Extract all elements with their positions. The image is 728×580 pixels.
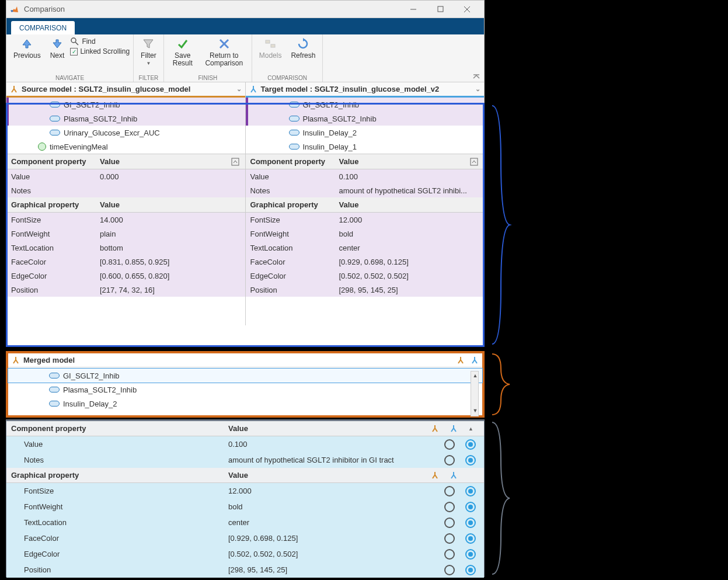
sort-arrow-icon[interactable]: ▲ (468, 426, 473, 432)
prop-row[interactable]: FaceColor [0.831, 0.855, 0.925] (6, 255, 245, 269)
merged-prop-row[interactable]: TextLocation center (6, 515, 484, 530)
target-fork-icon[interactable] (471, 356, 479, 364)
target-fork-icon[interactable] (450, 425, 458, 433)
tree-item[interactable]: Insulin_Delay_2 (246, 126, 485, 140)
prop-row[interactable]: Notes amount of hypothetical SGLT2 inhib… (246, 183, 485, 197)
source-fork-icon[interactable] (457, 356, 465, 364)
fork-blue-icon (249, 85, 257, 93)
target-header[interactable]: Target model : SGLT2_insulin_glucose_mod… (246, 82, 485, 98)
prop-value: [0.502, 0.502, 0.502] (339, 272, 485, 280)
source-radio[interactable] (444, 502, 455, 512)
prop-row[interactable]: EdgeColor [0.502, 0.502, 0.502] (246, 269, 485, 283)
merged-prop-row[interactable]: Position [298, 95, 145, 25] (6, 562, 484, 578)
prop-row[interactable]: Notes (6, 183, 245, 197)
source-radio[interactable] (444, 518, 455, 528)
tree-item[interactable]: timeEveningMeal (6, 140, 245, 154)
target-radio[interactable] (465, 518, 476, 528)
svg-rect-1 (438, 6, 443, 12)
return-to-comparison-button[interactable]: Return to Comparison (200, 36, 248, 68)
merged-item[interactable]: Plasma_SGLT2_Inhib (8, 383, 482, 397)
merged-title: Merged model (23, 356, 75, 364)
prop-name: Position (6, 286, 100, 294)
source-header[interactable]: Source model : SGLT2_insulin_glucose_mod… (6, 82, 245, 98)
tree-item[interactable]: Plasma_SGLT2_Inhib (6, 112, 245, 126)
prop-row[interactable]: FontSize 14.000 (6, 213, 245, 227)
source-fork-icon[interactable] (431, 425, 439, 433)
linked-scrolling-checkbox[interactable]: ✓ Linked Scrolling (70, 47, 130, 55)
merged-item[interactable]: Insulin_Delay_2 (8, 397, 482, 411)
species-icon (289, 102, 299, 107)
merged-prop-row[interactable]: Value 0.100 (6, 436, 484, 452)
dropdown-arrow-icon: ▼ (146, 61, 151, 66)
prop-row[interactable]: TextLocation bottom (6, 241, 245, 255)
target-radio[interactable] (465, 565, 476, 575)
target-radio[interactable] (465, 533, 476, 544)
prop-value: 0.100 (228, 440, 444, 449)
source-fork-icon[interactable] (431, 471, 439, 480)
prop-row[interactable]: Position [217, 74, 32, 16] (6, 283, 245, 297)
merged-prop-row[interactable]: FontSize 12.000 (6, 483, 484, 499)
tree-item[interactable]: Plasma_SGLT2_Inhib (246, 112, 485, 126)
hdr-value: Value (100, 200, 245, 209)
prop-value: amount of hypothetical SGLT2 inhibi... (339, 186, 485, 195)
target-radio[interactable] (465, 439, 476, 450)
target-fork-icon[interactable] (450, 471, 458, 480)
source-radio[interactable] (444, 533, 455, 544)
prop-name: FontWeight (6, 230, 100, 238)
prop-row[interactable]: EdgeColor [0.600, 0.655, 0.820] (6, 269, 245, 283)
source-radio[interactable] (444, 565, 455, 575)
source-tree[interactable]: GI_SGLT2_Inhib Plasma_SGLT2_Inhib Urinar… (6, 98, 245, 154)
source-radio[interactable] (444, 486, 455, 496)
merged-prop-row[interactable]: Notes amount of hypothetical SGLT2 inhib… (6, 452, 484, 468)
minimize-button[interactable] (400, 1, 427, 18)
previous-button[interactable]: Previous (10, 36, 44, 61)
hdr-graph-prop: Graphical property (246, 200, 339, 209)
prop-row[interactable]: Value 0.000 (6, 169, 245, 183)
target-radio[interactable] (465, 549, 476, 560)
close-button[interactable] (454, 1, 480, 18)
merged-tree[interactable]: GI_SGLT2_Inhib Plasma_SGLT2_Inhib Insuli… (8, 367, 482, 412)
next-button[interactable]: Next (47, 36, 68, 61)
merged-prop-row[interactable]: FontWeight bold (6, 499, 484, 515)
target-radio[interactable] (465, 455, 476, 466)
prop-row[interactable]: FaceColor [0.929, 0.698, 0.125] (246, 255, 485, 269)
save-result-button[interactable]: Save Result (168, 36, 198, 68)
prop-row[interactable]: FontWeight plain (6, 227, 245, 241)
merged-prop-row[interactable]: EdgeColor [0.502, 0.502, 0.502] (6, 546, 484, 562)
tree-item[interactable]: Urinary_Glucose_Excr_AUC (6, 126, 245, 140)
merged-prop-row[interactable]: FaceColor [0.929, 0.698, 0.125] (6, 530, 484, 546)
tree-item[interactable]: GI_SGLT2_Inhib (246, 98, 485, 112)
prop-value: bold (228, 502, 444, 511)
hdr-value: Value (100, 157, 231, 166)
prop-name: Notes (246, 186, 339, 195)
find-button[interactable]: Find (70, 37, 130, 46)
prop-row[interactable]: Position [298, 95, 145, 25] (246, 283, 485, 297)
target-radio[interactable] (465, 502, 476, 512)
scrollbar[interactable]: ▲ ▼ (471, 371, 479, 416)
prop-row[interactable]: Value 0.100 (246, 169, 485, 183)
prop-row[interactable]: TextLocation center (246, 241, 485, 255)
matlab-logo-icon (10, 5, 19, 14)
refresh-button[interactable]: Refresh (287, 36, 319, 61)
svg-rect-8 (266, 40, 270, 43)
collapse-icon[interactable] (231, 158, 245, 166)
source-radio[interactable] (444, 439, 455, 450)
svg-line-5 (75, 42, 78, 45)
filter-button[interactable]: Filter ▼ (137, 36, 160, 67)
target-radio[interactable] (465, 486, 476, 496)
target-tree[interactable]: GI_SGLT2_Inhib Plasma_SGLT2_Inhib Insuli… (246, 98, 485, 154)
source-radio[interactable] (444, 549, 455, 560)
maximize-button[interactable] (427, 1, 454, 18)
collapse-icon[interactable] (470, 158, 484, 166)
models-button[interactable]: Models (256, 36, 285, 61)
prop-row[interactable]: FontWeight bold (246, 227, 485, 241)
ribbon-collapse-button[interactable] (469, 74, 484, 82)
prop-row[interactable]: FontSize 12.000 (246, 213, 485, 227)
brace-compare-icon (489, 103, 513, 347)
merged-item[interactable]: GI_SGLT2_Inhib (8, 369, 482, 383)
tab-comparison[interactable]: COMPARISON (11, 21, 75, 34)
source-radio[interactable] (444, 455, 455, 466)
tree-item[interactable]: GI_SGLT2_Inhib (6, 98, 245, 112)
prop-value: 12.000 (339, 216, 485, 224)
tree-item[interactable]: Insulin_Delay_1 (246, 140, 485, 154)
